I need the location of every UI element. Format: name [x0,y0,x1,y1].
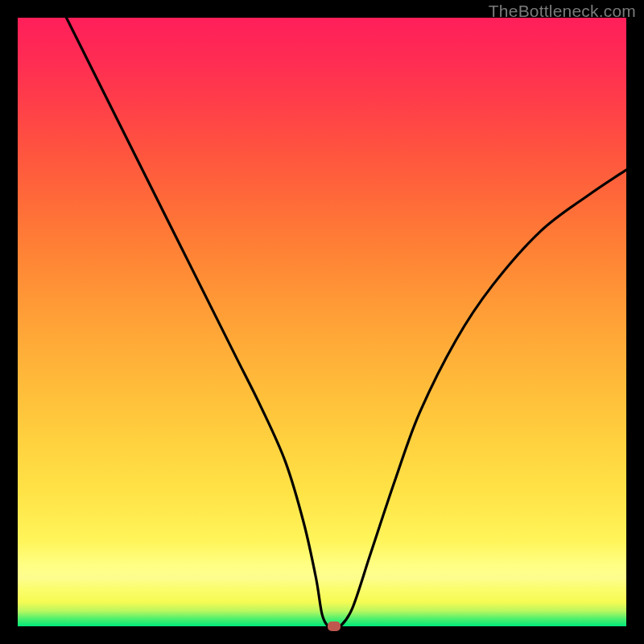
bottleneck-curve [18,18,626,626]
watermark-text: TheBottleneck.com [489,2,636,21]
plot-area [18,18,626,626]
chart-frame: TheBottleneck.com [0,0,644,644]
optimal-marker [328,621,341,631]
